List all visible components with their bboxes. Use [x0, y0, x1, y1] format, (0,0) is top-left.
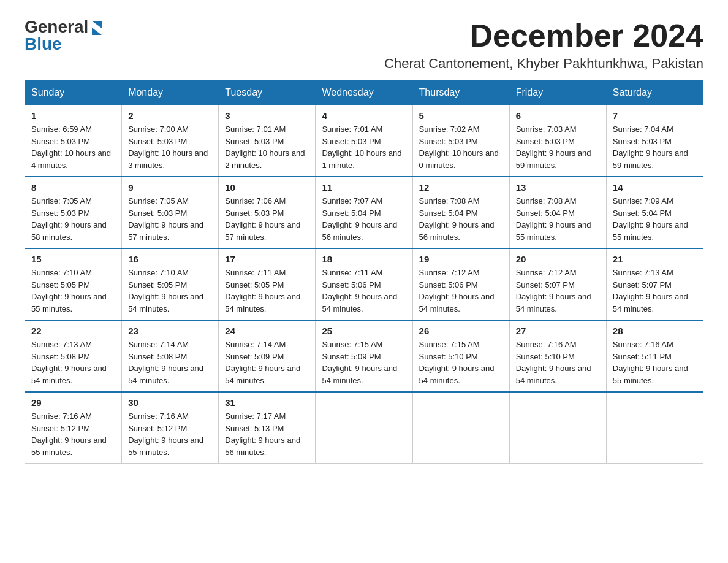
day-info: Sunrise: 7:14 AMSunset: 5:09 PMDaylight:…	[225, 339, 309, 386]
day-info: Sunrise: 7:03 AMSunset: 5:03 PMDaylight:…	[516, 123, 600, 171]
logo-blue-text: Blue	[25, 36, 62, 53]
table-row: 15 Sunrise: 7:10 AMSunset: 5:05 PMDaylig…	[25, 248, 122, 320]
table-row	[509, 392, 606, 464]
logo-general-text: General	[25, 18, 88, 36]
location-title: Cherat Cantonement, Khyber Pakhtunkhwa, …	[384, 56, 703, 72]
day-number: 11	[322, 182, 406, 193]
day-info: Sunrise: 7:06 AMSunset: 5:03 PMDaylight:…	[225, 195, 309, 243]
day-info: Sunrise: 7:01 AMSunset: 5:03 PMDaylight:…	[225, 123, 309, 171]
table-row: 8 Sunrise: 7:05 AMSunset: 5:03 PMDayligh…	[25, 177, 122, 248]
title-section: December 2024 Cherat Cantonement, Khyber…	[384, 18, 703, 72]
table-row: 3 Sunrise: 7:01 AMSunset: 5:03 PMDayligh…	[219, 105, 316, 177]
calendar-week-row: 8 Sunrise: 7:05 AMSunset: 5:03 PMDayligh…	[25, 177, 703, 248]
day-info: Sunrise: 7:05 AMSunset: 5:03 PMDaylight:…	[128, 195, 212, 243]
page-header: General Blue December 2024 Cherat Canton…	[25, 18, 703, 72]
day-number: 7	[613, 110, 697, 121]
col-saturday: Saturday	[606, 81, 703, 105]
day-number: 15	[31, 254, 115, 264]
table-row: 2 Sunrise: 7:00 AMSunset: 5:03 PMDayligh…	[122, 105, 219, 177]
table-row: 12 Sunrise: 7:08 AMSunset: 5:04 PMDaylig…	[412, 177, 509, 248]
col-tuesday: Tuesday	[219, 81, 316, 105]
table-row: 5 Sunrise: 7:02 AMSunset: 5:03 PMDayligh…	[412, 105, 509, 177]
day-info: Sunrise: 7:16 AMSunset: 5:11 PMDaylight:…	[613, 339, 697, 386]
table-row: 1 Sunrise: 6:59 AMSunset: 5:03 PMDayligh…	[25, 105, 122, 177]
day-info: Sunrise: 7:17 AMSunset: 5:13 PMDaylight:…	[225, 410, 309, 458]
table-row: 30 Sunrise: 7:16 AMSunset: 5:12 PMDaylig…	[122, 392, 219, 464]
day-number: 14	[613, 182, 697, 193]
day-number: 22	[31, 326, 115, 336]
table-row: 17 Sunrise: 7:11 AMSunset: 5:05 PMDaylig…	[219, 248, 316, 320]
day-info: Sunrise: 7:11 AMSunset: 5:05 PMDaylight:…	[225, 267, 309, 315]
day-number: 18	[322, 254, 406, 264]
table-row: 18 Sunrise: 7:11 AMSunset: 5:06 PMDaylig…	[316, 248, 412, 320]
day-info: Sunrise: 7:10 AMSunset: 5:05 PMDaylight:…	[128, 267, 212, 315]
table-row: 24 Sunrise: 7:14 AMSunset: 5:09 PMDaylig…	[219, 320, 316, 392]
calendar-week-row: 22 Sunrise: 7:13 AMSunset: 5:08 PMDaylig…	[25, 320, 703, 392]
table-row: 26 Sunrise: 7:15 AMSunset: 5:10 PMDaylig…	[412, 320, 509, 392]
day-number: 25	[322, 326, 406, 336]
table-row	[412, 392, 509, 464]
day-number: 5	[419, 110, 503, 121]
day-number: 23	[128, 326, 212, 336]
day-info: Sunrise: 7:10 AMSunset: 5:05 PMDaylight:…	[31, 267, 115, 315]
day-number: 29	[31, 397, 115, 408]
day-number: 27	[516, 326, 600, 336]
day-info: Sunrise: 7:09 AMSunset: 5:04 PMDaylight:…	[613, 195, 697, 243]
col-sunday: Sunday	[25, 81, 122, 105]
day-info: Sunrise: 7:01 AMSunset: 5:03 PMDaylight:…	[322, 123, 406, 171]
day-number: 9	[128, 182, 212, 193]
day-number: 24	[225, 326, 309, 336]
day-info: Sunrise: 7:02 AMSunset: 5:03 PMDaylight:…	[419, 123, 503, 171]
day-info: Sunrise: 7:15 AMSunset: 5:09 PMDaylight:…	[322, 339, 406, 386]
col-wednesday: Wednesday	[316, 81, 412, 105]
table-row: 10 Sunrise: 7:06 AMSunset: 5:03 PMDaylig…	[219, 177, 316, 248]
day-info: Sunrise: 7:16 AMSunset: 5:10 PMDaylight:…	[516, 339, 600, 386]
day-number: 1	[31, 110, 115, 121]
table-row: 14 Sunrise: 7:09 AMSunset: 5:04 PMDaylig…	[606, 177, 703, 248]
table-row: 21 Sunrise: 7:13 AMSunset: 5:07 PMDaylig…	[606, 248, 703, 320]
calendar-week-row: 15 Sunrise: 7:10 AMSunset: 5:05 PMDaylig…	[25, 248, 703, 320]
col-thursday: Thursday	[412, 81, 509, 105]
day-number: 6	[516, 110, 600, 121]
table-row: 20 Sunrise: 7:12 AMSunset: 5:07 PMDaylig…	[509, 248, 606, 320]
day-number: 2	[128, 110, 212, 121]
table-row	[606, 392, 703, 464]
day-info: Sunrise: 7:14 AMSunset: 5:08 PMDaylight:…	[128, 339, 212, 386]
calendar-table: Sunday Monday Tuesday Wednesday Thursday…	[25, 80, 703, 464]
day-info: Sunrise: 7:13 AMSunset: 5:08 PMDaylight:…	[31, 339, 115, 386]
table-row: 6 Sunrise: 7:03 AMSunset: 5:03 PMDayligh…	[509, 105, 606, 177]
table-row: 22 Sunrise: 7:13 AMSunset: 5:08 PMDaylig…	[25, 320, 122, 392]
table-row: 27 Sunrise: 7:16 AMSunset: 5:10 PMDaylig…	[509, 320, 606, 392]
day-number: 17	[225, 254, 309, 264]
table-row: 4 Sunrise: 7:01 AMSunset: 5:03 PMDayligh…	[316, 105, 412, 177]
day-info: Sunrise: 7:15 AMSunset: 5:10 PMDaylight:…	[419, 339, 503, 386]
calendar-week-row: 1 Sunrise: 6:59 AMSunset: 5:03 PMDayligh…	[25, 105, 703, 177]
table-row	[316, 392, 412, 464]
day-info: Sunrise: 7:13 AMSunset: 5:07 PMDaylight:…	[613, 267, 697, 315]
day-info: Sunrise: 7:12 AMSunset: 5:07 PMDaylight:…	[516, 267, 600, 315]
day-info: Sunrise: 7:08 AMSunset: 5:04 PMDaylight:…	[516, 195, 600, 243]
day-info: Sunrise: 7:07 AMSunset: 5:04 PMDaylight:…	[322, 195, 406, 243]
table-row: 23 Sunrise: 7:14 AMSunset: 5:08 PMDaylig…	[122, 320, 219, 392]
day-info: Sunrise: 7:16 AMSunset: 5:12 PMDaylight:…	[31, 410, 115, 458]
day-number: 28	[613, 326, 697, 336]
day-info: Sunrise: 7:08 AMSunset: 5:04 PMDaylight:…	[419, 195, 503, 243]
day-number: 16	[128, 254, 212, 264]
day-number: 4	[322, 110, 406, 121]
day-number: 13	[516, 182, 600, 193]
day-number: 10	[225, 182, 309, 193]
table-row: 31 Sunrise: 7:17 AMSunset: 5:13 PMDaylig…	[219, 392, 316, 464]
day-number: 20	[516, 254, 600, 264]
table-row: 19 Sunrise: 7:12 AMSunset: 5:06 PMDaylig…	[412, 248, 509, 320]
month-title: December 2024	[384, 18, 703, 53]
table-row: 9 Sunrise: 7:05 AMSunset: 5:03 PMDayligh…	[122, 177, 219, 248]
table-row: 29 Sunrise: 7:16 AMSunset: 5:12 PMDaylig…	[25, 392, 122, 464]
logo: General Blue	[25, 18, 102, 53]
day-info: Sunrise: 6:59 AMSunset: 5:03 PMDaylight:…	[31, 123, 115, 171]
day-info: Sunrise: 7:16 AMSunset: 5:12 PMDaylight:…	[128, 410, 212, 458]
day-number: 30	[128, 397, 212, 408]
day-info: Sunrise: 7:11 AMSunset: 5:06 PMDaylight:…	[322, 267, 406, 315]
table-row: 16 Sunrise: 7:10 AMSunset: 5:05 PMDaylig…	[122, 248, 219, 320]
table-row: 25 Sunrise: 7:15 AMSunset: 5:09 PMDaylig…	[316, 320, 412, 392]
day-number: 26	[419, 326, 503, 336]
